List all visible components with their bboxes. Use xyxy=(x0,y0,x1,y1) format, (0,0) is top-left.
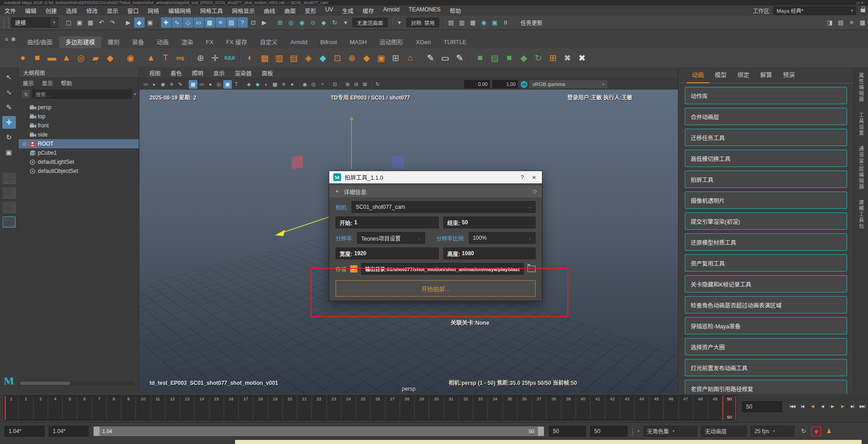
transfer-attributes-icon[interactable]: ⊞ xyxy=(546,51,560,65)
create-polygon-icon[interactable]: ▭ xyxy=(438,51,452,65)
menubar-item-13[interactable]: 变形 xyxy=(300,6,321,15)
frame-cell-41[interactable]: 41 xyxy=(591,396,605,420)
toggle-attribute-editor-icon[interactable]: ▤ xyxy=(836,17,846,28)
frame-cell-35[interactable]: 35 xyxy=(503,396,517,420)
select-component-icon[interactable]: ▣ xyxy=(145,17,156,28)
menubar-item-8[interactable]: 编辑网格 xyxy=(164,6,196,15)
range-slider[interactable]: 1.04 50 xyxy=(93,426,545,437)
smooth-icon[interactable]: ▥ xyxy=(272,51,286,65)
right-edge-tab-3[interactable]: 建模工具包 xyxy=(858,200,865,229)
outliner-menu-0[interactable]: 展示 xyxy=(19,79,38,87)
frame-cell-15[interactable]: 15 xyxy=(210,396,224,420)
mask-curves-icon[interactable]: ∿ xyxy=(172,17,182,28)
save-scene-icon[interactable]: ▦ xyxy=(85,17,96,28)
shelf-tab-2[interactable]: 雕刻 xyxy=(101,36,126,48)
frame-cell-19[interactable]: 19 xyxy=(268,396,283,420)
filter-icon[interactable]: ⇅ xyxy=(21,90,30,99)
menubar-item-6[interactable]: 窗口 xyxy=(123,6,143,15)
axis-tool-icon[interactable]: ✛ xyxy=(208,51,222,65)
snap-projected-center-icon[interactable]: ⊙ xyxy=(308,17,318,28)
frame-cell-28[interactable]: 28 xyxy=(400,396,415,420)
viewport-menu-1[interactable]: 着色 xyxy=(166,69,187,77)
frame-cell-49[interactable]: 49 xyxy=(708,396,722,420)
tool-button-6[interactable]: 提交引擎渲染(初渲) xyxy=(685,212,847,230)
redo-icon[interactable]: ↷ xyxy=(107,17,118,28)
resolution-gate-icon[interactable]: ● xyxy=(206,80,215,89)
refresh-icon[interactable]: ⟳ xyxy=(532,188,537,195)
details-section-header[interactable]: ▼ 详细信息 ⟳ xyxy=(329,186,542,197)
outliner-item-pCube1[interactable]: pCube1 xyxy=(19,148,139,157)
use-all-lights-icon[interactable]: ▩ xyxy=(271,80,279,89)
anim-end-field[interactable]: 50 xyxy=(590,426,627,437)
shaded-icon[interactable]: ◆ xyxy=(253,80,262,89)
frame-cell-17[interactable]: 17 xyxy=(239,396,253,420)
menubar-item-11[interactable]: 曲线 xyxy=(259,6,280,15)
shelf-tab-4[interactable]: 动画 xyxy=(151,36,175,48)
mirror-icon[interactable]: ◆ xyxy=(316,51,330,65)
outliner-item-front[interactable]: front xyxy=(19,121,139,130)
frame-cell-40[interactable]: 40 xyxy=(576,396,591,420)
frame-cell-9[interactable]: 9 xyxy=(121,396,136,420)
render-settings-icon[interactable]: ▦ xyxy=(467,17,478,28)
poly-plane-icon[interactable]: ▰ xyxy=(89,51,102,65)
frame-cell-22[interactable]: 22 xyxy=(312,396,326,420)
tool-button-0[interactable]: 动作库 xyxy=(685,87,847,104)
motion-blur-icon[interactable]: ◉ xyxy=(301,80,309,89)
view-transform-dropdown[interactable]: sRGB gamma▾ xyxy=(529,80,608,89)
time-slider[interactable]: 1234567891011121314151617181920212223242… xyxy=(4,395,737,420)
grip-handle[interactable] xyxy=(4,18,9,28)
viewport-menu-3[interactable]: 显示 xyxy=(208,69,230,77)
snap-view-plane-icon[interactable]: ◆ xyxy=(319,17,329,28)
anti-alias-icon[interactable]: ◎ xyxy=(309,80,318,89)
playback-loop-icon[interactable]: ↻ xyxy=(798,426,808,436)
scale-tool[interactable]: ▣ xyxy=(2,146,16,159)
snap-point-icon[interactable]: ◉ xyxy=(297,17,307,28)
frame-cell-6[interactable]: 6 xyxy=(77,396,92,420)
snap-options-chevron-icon[interactable]: ▾ xyxy=(341,17,351,28)
mask-dynamics-icon[interactable]: ▦ xyxy=(205,17,215,28)
character-set-icon[interactable]: ♟ xyxy=(824,426,834,436)
anim-layer-dropdown[interactable]: 无动画层 xyxy=(701,426,747,437)
shelf-tab-6[interactable]: FX xyxy=(200,36,220,48)
playback-start-field[interactable]: 1.04* xyxy=(49,426,89,437)
range-slider-right-handle[interactable] xyxy=(538,427,544,436)
screen-space-ao-icon[interactable]: ● xyxy=(288,80,296,89)
gate-mask-icon[interactable]: ◎ xyxy=(215,80,223,89)
shelf-tab-14[interactable]: TURTLE xyxy=(437,36,473,48)
shelf-tab-12[interactable]: 运动图形 xyxy=(373,36,410,48)
poly-pyramid-icon[interactable]: ▲ xyxy=(144,51,158,65)
uv-spherical-icon[interactable]: ◆ xyxy=(517,51,531,65)
color-management-toggle-icon[interactable]: ON xyxy=(521,81,527,88)
frame-cell-25[interactable]: 25 xyxy=(356,396,371,420)
xray-icon[interactable]: ⊞ xyxy=(343,80,352,89)
reduce-icon[interactable]: ▤ xyxy=(287,51,301,65)
menubar-item-1[interactable]: 编辑 xyxy=(20,6,41,15)
move-tool[interactable]: ✛ xyxy=(2,116,16,129)
current-frame-field[interactable]: 50 xyxy=(742,401,782,412)
frame-cell-26[interactable]: 26 xyxy=(371,396,385,420)
render-view-icon[interactable]: ▣ xyxy=(489,17,500,28)
next-key-button[interactable]: ▶| xyxy=(848,400,857,412)
frame-cell-16[interactable]: 16 xyxy=(224,396,239,420)
tool-button-9[interactable]: 关卡隐藏和K帧记录工具 xyxy=(685,275,847,293)
shelf-gear-icon[interactable]: ✱ xyxy=(11,36,16,43)
frame-cell-45[interactable]: 45 xyxy=(649,396,664,420)
anim-start-field[interactable]: 1.04* xyxy=(5,426,45,437)
wireframe-icon[interactable]: ◈ xyxy=(245,80,253,89)
menubar-item-4[interactable]: 修改 xyxy=(82,6,102,15)
isolate-select-icon[interactable]: ⊡ xyxy=(331,80,339,89)
frame-cell-23[interactable]: 23 xyxy=(327,396,341,420)
shelf-tab-1[interactable]: 多边形建模 xyxy=(59,36,101,48)
pipeline-tab-2[interactable]: 绑定 xyxy=(732,70,755,83)
menubar-item-0[interactable]: 文件 xyxy=(0,6,20,15)
field-chart-icon[interactable]: ▣ xyxy=(223,80,232,89)
shelf-tab-3[interactable]: 装备 xyxy=(126,36,151,48)
paint-select-tool[interactable]: ✎ xyxy=(2,101,16,114)
menubar-item-17[interactable]: Arnold xyxy=(379,6,404,15)
frame-cell-30[interactable]: 30 xyxy=(429,396,444,420)
exposure-field[interactable]: 0.00 xyxy=(464,80,490,88)
viewport-menu-2[interactable]: 照明 xyxy=(187,69,208,77)
poly-cube-icon[interactable]: ■ xyxy=(30,51,44,65)
mask-surfaces-icon[interactable]: ◇ xyxy=(183,17,193,28)
frame-cell-27[interactable]: 27 xyxy=(386,396,400,420)
